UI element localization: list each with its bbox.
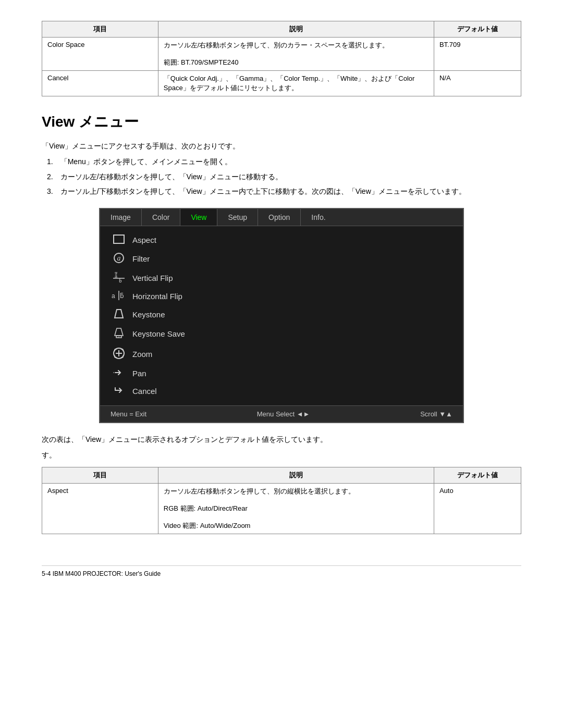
menu-bar: Image Color View Setup Option Info.: [100, 209, 463, 226]
hflip-icon: a ƃ: [111, 291, 127, 302]
tab-info[interactable]: Info.: [301, 209, 336, 226]
section-intro: 「View」メニューにアクセスする手順は、次のとおりです。: [42, 140, 521, 152]
bottom-table: 項目 説明 デフォルト値 Aspect カーソル左/右移動ボタンを押して、別の縦…: [42, 467, 521, 534]
footer-text: 5-4 IBM M400 PROJECTOR: User's Guide: [42, 570, 161, 577]
col-header-desc: 説明: [158, 21, 434, 38]
col-header-default: デフォルト値: [434, 467, 521, 484]
svg-text:ɓ: ɓ: [119, 278, 122, 282]
menu-item-label: Aspect: [132, 236, 156, 244]
menu-item-aspect[interactable]: Aspect: [100, 231, 463, 249]
cell-desc: カーソル左/右移動ボタンを押して、別の縦横比を選択します。RGB 範囲: Aut…: [158, 484, 434, 534]
menu-item-label: Horizontal Flip: [132, 292, 182, 301]
menu-item-filter[interactable]: a Filter: [100, 249, 463, 269]
tab-color[interactable]: Color: [142, 209, 180, 226]
svg-marker-10: [115, 310, 123, 318]
tab-image[interactable]: Image: [100, 209, 142, 226]
cell-default: BT.709: [434, 38, 521, 71]
bottom-intro: 次の表は、「View」メニューに表示されるオプションとデフォルト値を示しています…: [42, 434, 521, 445]
table-row: Cancel 「Quick Color Adj.」、「Gamma」、「Color…: [42, 71, 521, 96]
menu-item-label: Pan: [132, 369, 146, 378]
step-1: 1. 「Menu」ボタンを押して、メインメニューを開く。: [42, 156, 521, 167]
menu-item-label: Vertical Flip: [132, 274, 173, 282]
cell-desc: カーソル左/右移動ボタンを押して、別のカラー・スペースを選択します。範囲: BT…: [158, 38, 434, 71]
keystone-icon: [111, 309, 127, 321]
menu-item-label: Keystone: [132, 310, 165, 319]
menu-item-label: Cancel: [132, 387, 157, 396]
menu-footer: Menu = Exit Menu Select ◄► Scroll ▼▲: [100, 405, 463, 422]
menu-item-label: Zoom: [132, 350, 152, 359]
menu-item-pan[interactable]: Pan: [100, 365, 463, 382]
menu-item-keystone[interactable]: Keystone: [100, 305, 463, 324]
footer-right: Scroll ▼▲: [420, 410, 452, 418]
cell-item: Aspect: [42, 484, 158, 534]
footer-left: Menu = Exit: [111, 410, 146, 418]
menu-item-keystonesave[interactable]: ✓ Keystone Save: [100, 324, 463, 344]
menu-item-cancel[interactable]: Cancel: [100, 382, 463, 400]
cell-item: Color Space: [42, 38, 158, 71]
zoom-icon: [111, 347, 127, 362]
menu-item-zoom[interactable]: Zoom: [100, 344, 463, 365]
filter-icon: a: [111, 252, 127, 266]
footer-center: Menu Select ◄►: [257, 410, 310, 418]
projector-menu: Image Color View Setup Option Info. Aspe…: [99, 208, 464, 423]
svg-text:a: a: [117, 254, 121, 262]
tab-view[interactable]: View: [180, 209, 217, 226]
cell-default: N/A: [434, 71, 521, 96]
step-2: 2. カーソル左/右移動ボタンを押して、「View」メニューに移動する。: [42, 171, 521, 182]
cell-desc: 「Quick Color Adj.」、「Gamma」、「Color Temp.」…: [158, 71, 434, 96]
aspect-icon: [111, 235, 127, 246]
menu-item-hflip[interactable]: a ƃ Horizontal Flip: [100, 288, 463, 305]
svg-text:a: a: [112, 292, 115, 300]
top-table: 項目 説明 デフォルト値 Color Space カーソル左/右移動ボタンを押し…: [42, 21, 521, 96]
cancel-icon: [111, 386, 127, 397]
table-row: Aspect カーソル左/右移動ボタンを押して、別の縦横比を選択します。RGB …: [42, 484, 521, 534]
col-header-item: 項目: [42, 467, 158, 484]
cell-default: Auto: [434, 484, 521, 534]
col-header-default: デフォルト値: [434, 21, 521, 38]
tab-setup[interactable]: Setup: [217, 209, 258, 226]
svg-text:✓: ✓: [117, 336, 120, 339]
tab-option[interactable]: Option: [258, 209, 301, 226]
section-title: View メニュー: [42, 112, 521, 132]
menu-items-list: Aspect a Filter a a ɓ Vertical F: [100, 226, 463, 405]
svg-rect-0: [114, 235, 124, 243]
keystonesave-icon: ✓: [111, 327, 127, 341]
cell-item: Cancel: [42, 71, 158, 96]
menu-item-label: Keystone Save: [132, 329, 185, 338]
vflip-icon: a a ɓ: [111, 272, 127, 285]
step-3: 3. カーソル上/下移動ボタンを押して、「View」メニュー内で上下に移動する。…: [42, 186, 521, 197]
menu-item-label: Filter: [132, 254, 150, 263]
col-header-item: 項目: [42, 21, 158, 38]
svg-text:a: a: [115, 272, 117, 276]
svg-marker-11: [115, 328, 123, 336]
svg-text:ƃ: ƃ: [120, 292, 124, 300]
page-footer: 5-4 IBM M400 PROJECTOR: User's Guide: [42, 565, 521, 577]
table-row: Color Space カーソル左/右移動ボタンを押して、別のカラー・スペースを…: [42, 38, 521, 71]
bottom-intro-2: す。: [42, 449, 521, 461]
col-header-desc: 説明: [158, 467, 434, 484]
menu-item-vflip[interactable]: a a ɓ Vertical Flip: [100, 269, 463, 288]
pan-icon: [111, 368, 127, 379]
